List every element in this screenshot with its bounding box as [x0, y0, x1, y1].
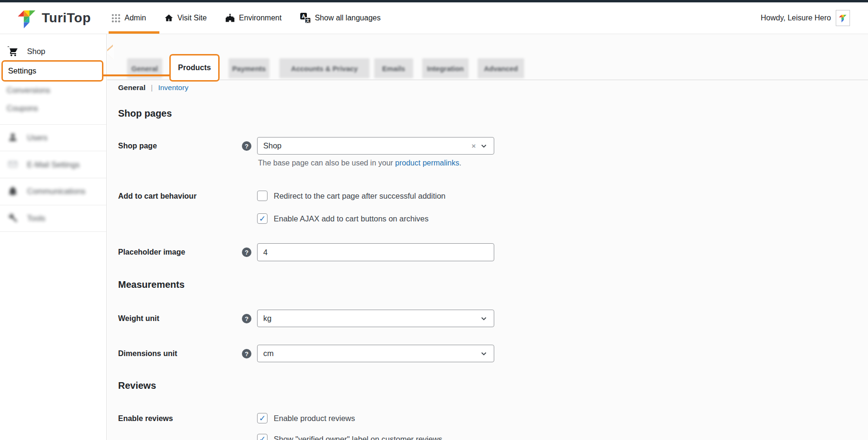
- sidebar-divider: [0, 178, 106, 178]
- wrench-icon: [7, 213, 19, 223]
- header-nav: Admin Visit Site Environment A 文: [111, 12, 381, 24]
- turitop-logo-icon: [17, 6, 37, 30]
- sidebar-item-coupons-label: Coupons: [7, 104, 38, 113]
- shop-page-select-value: Shop: [263, 141, 471, 150]
- verified-owner-checkbox[interactable]: ✓: [257, 434, 268, 440]
- weight-unit-select-value: kg: [263, 314, 480, 323]
- sidebar-item-tools-label: Tools: [27, 214, 46, 223]
- sidebar-item-conversions-label: Conversions: [7, 86, 50, 95]
- brand-logo[interactable]: TuriTop: [17, 6, 91, 30]
- enable-product-reviews-checkbox[interactable]: ✓: [257, 413, 268, 423]
- sidebar-item-coupons[interactable]: Coupons: [0, 99, 106, 118]
- weight-unit-select[interactable]: kg: [257, 310, 494, 327]
- tab-products[interactable]: Products: [169, 54, 220, 82]
- tab-bar-border: [107, 80, 868, 80]
- help-icon[interactable]: ?: [242, 248, 251, 257]
- nav-show-all-languages[interactable]: A 文 Show all languages: [300, 12, 381, 24]
- sidebar-item-users-label: Users: [27, 133, 47, 142]
- dimensions-unit-select-value: cm: [263, 349, 480, 358]
- translate-icon: A 文: [300, 12, 311, 24]
- admin-active-underline: [109, 31, 159, 34]
- sidebar-item-tools[interactable]: Tools: [0, 209, 106, 228]
- redirect-cart-checkbox-row: Redirect to the cart page after successf…: [257, 191, 445, 201]
- help-text-prefix: The base page can also be used in your: [258, 159, 395, 167]
- svg-text:文: 文: [305, 18, 310, 23]
- section-heading-reviews: Reviews: [118, 380, 156, 391]
- tab-accounts-privacy[interactable]: Accounts & Privacy: [279, 58, 369, 78]
- ajax-cart-checkbox[interactable]: ✓: [257, 213, 268, 224]
- admin-sidebar: Shop Settings Conversions Coupons Users …: [0, 34, 107, 440]
- grid-dots-icon: [111, 13, 121, 23]
- nav-languages-label: Show all languages: [315, 14, 381, 22]
- home-icon: [164, 13, 174, 23]
- chevron-down-icon: [480, 142, 488, 150]
- enable-product-reviews-checkbox-row: ✓ Enable product reviews: [257, 413, 355, 423]
- verified-owner-checkbox-label[interactable]: Show "verified owner" label on customer …: [274, 435, 443, 440]
- bell-icon: [7, 186, 19, 196]
- nav-visit-site-label: Visit Site: [177, 14, 207, 22]
- subnav-separator: |: [151, 83, 153, 92]
- tab-payments-label: Payments: [232, 64, 266, 73]
- verified-owner-checkbox-row: ✓ Show "verified owner" label on custome…: [257, 434, 443, 440]
- sidebar-divider: [0, 151, 106, 151]
- sidebar-item-settings-label: Settings: [8, 66, 37, 75]
- cart-icon: [7, 46, 19, 57]
- help-icon[interactable]: ?: [242, 349, 251, 358]
- add-to-cart-label: Add to cart behaviour: [118, 192, 241, 201]
- help-icon[interactable]: ?: [242, 314, 251, 323]
- product-permalinks-link[interactable]: product permalinks: [395, 159, 459, 167]
- weight-unit-label: Weight unit: [118, 314, 241, 323]
- redirect-cart-checkbox-label[interactable]: Redirect to the cart page after successf…: [274, 192, 445, 201]
- placeholder-image-label: Placeholder image: [118, 248, 241, 257]
- help-text-suffix: .: [459, 159, 461, 167]
- tab-integration-label: Integration: [427, 64, 464, 73]
- sidebar-divider: [0, 231, 106, 232]
- nav-admin-label: Admin: [125, 14, 146, 22]
- tab-advanced[interactable]: Advanced: [478, 58, 524, 78]
- subnav-general: General: [118, 83, 146, 92]
- subnav-inventory-link[interactable]: Inventory: [158, 83, 188, 92]
- sidebar-item-communications[interactable]: Communications: [0, 182, 106, 201]
- sidebar-divider: [0, 124, 106, 125]
- tab-products-label: Products: [178, 64, 211, 72]
- shop-page-select[interactable]: Shop ×: [257, 137, 494, 155]
- user-menu[interactable]: Howdy, Leisure Hero: [761, 10, 850, 26]
- enable-reviews-label: Enable reviews: [118, 414, 241, 423]
- subsection-nav: General | Inventory: [118, 83, 188, 92]
- environment-icon: [225, 13, 235, 23]
- enable-product-reviews-checkbox-label[interactable]: Enable product reviews: [274, 414, 355, 423]
- help-icon[interactable]: ?: [242, 141, 251, 151]
- nav-environment-label: Environment: [239, 14, 282, 22]
- shop-page-help-text: The base page can also be used in your p…: [258, 159, 462, 167]
- redirect-cart-checkbox[interactable]: [257, 191, 268, 201]
- sidebar-item-conversions[interactable]: Conversions: [0, 81, 106, 100]
- placeholder-image-input[interactable]: [257, 243, 494, 261]
- chevron-down-icon: [480, 314, 488, 323]
- user-icon: [7, 132, 19, 143]
- tab-payments[interactable]: Payments: [229, 58, 269, 78]
- sidebar-item-users[interactable]: Users: [0, 128, 106, 147]
- greeting-text: Howdy, Leisure Hero: [761, 14, 831, 22]
- annotation-connector-line: [102, 74, 170, 76]
- nav-environment[interactable]: Environment: [225, 13, 282, 23]
- nav-visit-site[interactable]: Visit Site: [164, 13, 207, 23]
- nav-admin[interactable]: Admin: [111, 13, 146, 23]
- tab-emails[interactable]: Emails: [374, 58, 413, 78]
- tab-integration[interactable]: Integration: [422, 58, 469, 78]
- tab-general-label: General: [131, 64, 158, 73]
- ajax-cart-checkbox-label[interactable]: Enable AJAX add to cart buttons on archi…: [274, 214, 429, 223]
- sidebar-item-shop[interactable]: Shop: [0, 42, 106, 61]
- brand-name: TuriTop: [42, 10, 91, 26]
- dimensions-unit-select[interactable]: cm: [257, 345, 494, 362]
- tab-emails-label: Emails: [382, 64, 405, 73]
- section-heading-measurements: Measurements: [118, 279, 185, 290]
- sidebar-item-settings[interactable]: Settings: [1, 60, 103, 82]
- sidebar-item-email-settings-label: E-Mail Settings: [27, 160, 80, 169]
- sidebar-divider: [0, 205, 106, 205]
- settings-content: General Products Payments Accounts & Pri…: [107, 34, 868, 440]
- clear-selection-icon[interactable]: ×: [471, 142, 476, 150]
- sidebar-item-communications-label: Communications: [27, 187, 85, 196]
- sidebar-item-email-settings[interactable]: E-Mail Settings: [0, 155, 106, 174]
- active-menu-notch: [107, 46, 114, 60]
- user-avatar: [836, 10, 850, 26]
